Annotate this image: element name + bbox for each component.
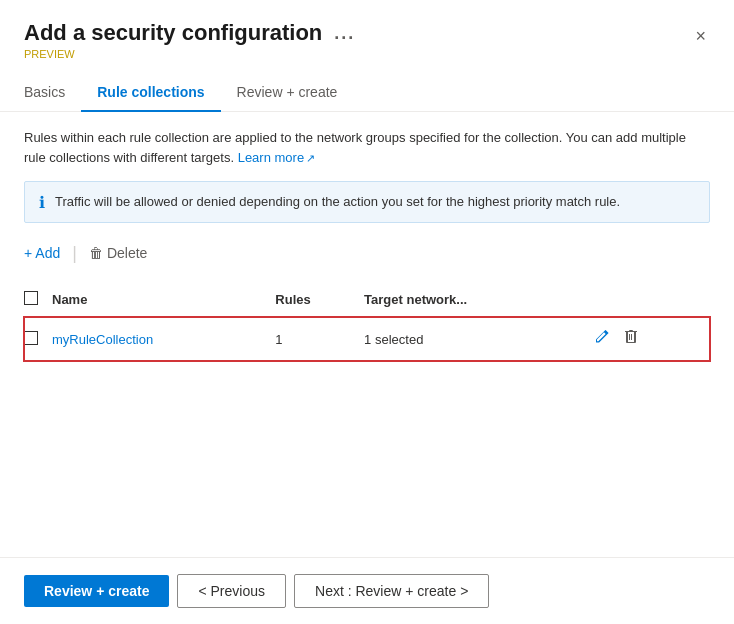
description-text: Rules within each rule collection are ap… (24, 128, 710, 167)
rule-collections-table: Name Rules Target network... myRuleColle… (24, 283, 710, 361)
preview-badge: PREVIEW (24, 48, 355, 60)
row-checkbox-cell (24, 317, 52, 362)
dialog: Add a security configuration ... PREVIEW… (0, 0, 734, 624)
row-checkbox[interactable] (24, 331, 38, 345)
delete-label: Delete (107, 245, 147, 261)
info-box: ℹ Traffic will be allowed or denied depe… (24, 181, 710, 223)
info-icon: ℹ (39, 193, 45, 212)
header-left: Add a security configuration ... PREVIEW (24, 20, 355, 60)
edit-button[interactable] (591, 327, 611, 351)
col-header-rules: Rules (275, 283, 364, 317)
tab-rule-collections[interactable]: Rule collections (81, 76, 220, 112)
table-row: myRuleCollection 1 1 selected (24, 317, 710, 362)
dialog-title: Add a security configuration (24, 20, 322, 46)
close-button[interactable]: × (691, 22, 710, 51)
title-ellipsis-btn[interactable]: ... (334, 23, 355, 44)
review-create-button[interactable]: Review + create (24, 575, 169, 607)
col-header-actions (591, 283, 710, 317)
row-actions-cell (591, 317, 710, 362)
add-button[interactable]: + Add (24, 241, 60, 265)
table-header: Name Rules Target network... (24, 283, 710, 317)
info-box-text: Traffic will be allowed or denied depend… (55, 192, 620, 212)
dialog-header: Add a security configuration ... PREVIEW… (0, 0, 734, 60)
next-button[interactable]: Next : Review + create > (294, 574, 489, 608)
delete-icon: 🗑 (89, 245, 103, 261)
main-content: Rules within each rule collection are ap… (0, 112, 734, 557)
external-link-icon: ↗ (306, 152, 315, 164)
learn-more-link[interactable]: Learn more↗ (238, 150, 315, 165)
col-header-name: Name (52, 283, 275, 317)
tab-basics[interactable]: Basics (24, 76, 81, 112)
header-checkbox[interactable] (24, 291, 38, 305)
col-header-checkbox (24, 283, 52, 317)
table-header-row: Name Rules Target network... (24, 283, 710, 317)
row-rules-cell: 1 (275, 317, 364, 362)
tabs-bar: Basics Rule collections Review + create (0, 76, 734, 112)
toolbar: + Add | 🗑 Delete (24, 241, 710, 265)
delete-button[interactable]: 🗑 Delete (89, 241, 147, 265)
col-header-target: Target network... (364, 283, 591, 317)
table-body: myRuleCollection 1 1 selected (24, 317, 710, 362)
row-target-cell: 1 selected (364, 317, 591, 362)
row-name-cell: myRuleCollection (52, 317, 275, 362)
dialog-title-row: Add a security configuration ... (24, 20, 355, 46)
row-action-icons (591, 327, 702, 351)
rule-collection-link[interactable]: myRuleCollection (52, 332, 153, 347)
previous-button[interactable]: < Previous (177, 574, 286, 608)
tab-review-create[interactable]: Review + create (221, 76, 354, 112)
toolbar-divider: | (72, 243, 77, 264)
footer: Review + create < Previous Next : Review… (0, 557, 734, 624)
row-delete-button[interactable] (621, 327, 641, 351)
